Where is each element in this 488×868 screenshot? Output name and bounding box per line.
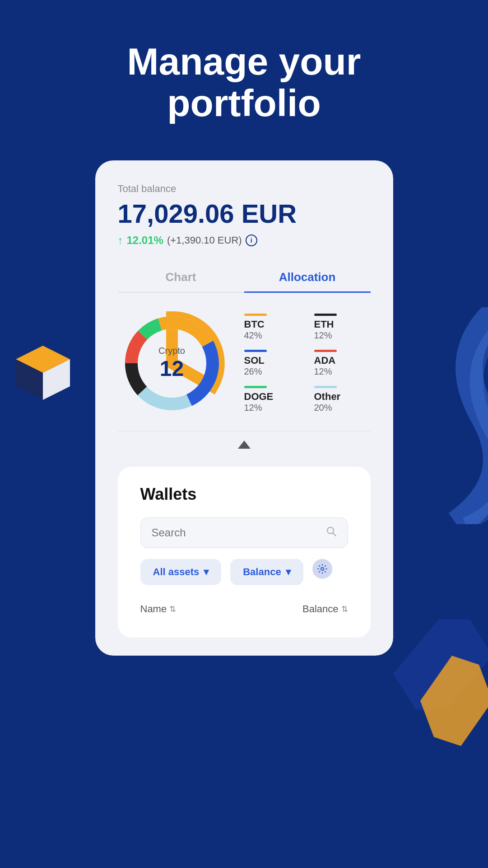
legend-name-sol: SOL [244,355,265,366]
legend-name-other: Other [314,391,341,403]
all-assets-label: All assets [153,566,200,578]
legend-line-btc [244,314,267,316]
change-percent: 12.01% [127,234,163,247]
divider [118,431,371,432]
legend-name-btc: BTC [244,319,265,330]
tabs: Chart Allocation [118,263,371,293]
collapse-button[interactable] [118,436,371,453]
hero-title: Manage your portfolio [36,41,452,124]
balance-filter-chevron: ▾ [286,566,291,578]
legend-item-btc: BTC 42% [244,314,301,341]
main-card: Total balance 17,029.06 EUR ↑ 12.01% (+1… [95,160,393,656]
legend-item-eth: ETH 12% [314,314,371,341]
legend-pct-btc: 42% [244,330,262,341]
balance-change-row: ↑ 12.01% (+1,390.10 EUR) i [118,234,371,247]
legend-pct-other: 20% [314,403,332,413]
search-input[interactable] [152,526,320,539]
donut-number: 12 [158,356,185,381]
legend-grid: BTC 42% ETH 12% SOL 26% AD [244,314,371,413]
legend-item-doge: DOGE 12% [244,386,301,413]
filter-row: All assets ▾ Balance ▾ [140,559,348,585]
settings-button[interactable] [312,559,332,579]
cube-logo [14,343,72,402]
legend-pct-ada: 12% [314,366,332,377]
legend-pct-sol: 26% [244,366,262,377]
svg-line-13 [333,533,336,536]
svg-marker-1 [420,656,488,746]
header: Manage your portfolio [0,0,488,151]
legend-line-eth [314,314,337,316]
svg-point-14 [321,568,324,570]
balance-filter[interactable]: Balance ▾ [230,559,303,585]
change-arrow-icon: ↑ [118,234,123,247]
all-assets-filter[interactable]: All assets ▾ [140,559,222,585]
chart-allocation-section: Crypto 12 BTC 42% ETH 12% [118,309,371,418]
balance-sort-icon: ⇅ [341,604,348,614]
balance-label: Total balance [118,183,371,195]
legend-pct-eth: 12% [314,330,332,341]
donut-chart: Crypto 12 [118,309,226,418]
chevron-up-icon [238,441,251,449]
donut-label: Crypto [158,346,185,356]
change-eur: (+1,390.10 EUR) [167,235,242,246]
donut-center: Crypto 12 [158,346,185,381]
tab-chart[interactable]: Chart [118,263,244,293]
legend-pct-doge: 12% [244,403,262,413]
legend-name-ada: ADA [314,355,336,366]
col-balance[interactable]: Balance ⇅ [302,603,348,615]
name-sort-icon: ⇅ [169,604,176,614]
all-assets-chevron: ▾ [204,566,209,578]
info-icon[interactable]: i [246,235,257,246]
wallets-title: Wallets [140,485,348,504]
legend-line-ada [314,350,337,352]
legend-name-eth: ETH [314,319,334,330]
col-name[interactable]: Name ⇅ [140,603,177,615]
search-bar [140,517,348,548]
balance-amount: 17,029.06 EUR [118,198,371,229]
tab-allocation[interactable]: Allocation [244,263,371,293]
wallets-section: Wallets All assets ▾ Bala [118,467,371,638]
legend-line-other [314,386,337,388]
balance-filter-label: Balance [243,566,281,578]
legend-line-sol [244,350,267,352]
search-icon [326,526,337,540]
legend-line-doge [244,386,267,388]
table-header: Name ⇅ Balance ⇅ [140,599,348,619]
legend-name-doge: DOGE [244,391,274,403]
legend-item-other: Other 20% [314,386,371,413]
legend-item-sol: SOL 26% [244,350,301,377]
legend-item-ada: ADA 12% [314,350,371,377]
